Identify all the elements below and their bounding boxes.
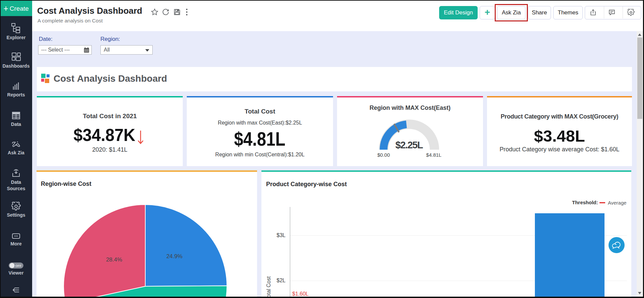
svg-text:OFF: OFF	[15, 264, 21, 268]
